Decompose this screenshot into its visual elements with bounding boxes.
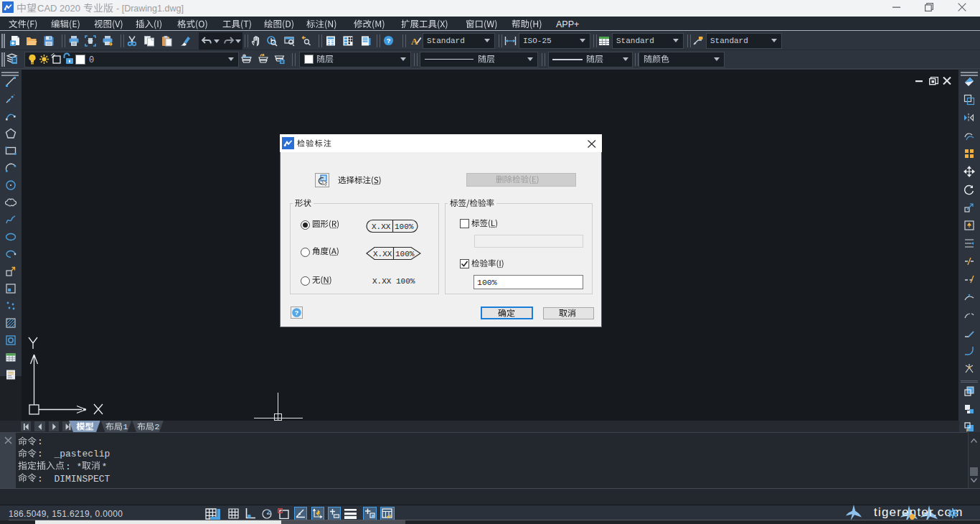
svg-text:X.XX: X.XX: [372, 223, 391, 231]
svg-text:100%: 100%: [395, 223, 414, 231]
svg-text:?: ?: [295, 309, 299, 317]
svg-text:?: ?: [387, 37, 391, 45]
svg-text:X.XX: X.XX: [373, 250, 392, 258]
svg-text:A: A: [411, 36, 418, 47]
svg-text:100%: 100%: [395, 250, 415, 258]
